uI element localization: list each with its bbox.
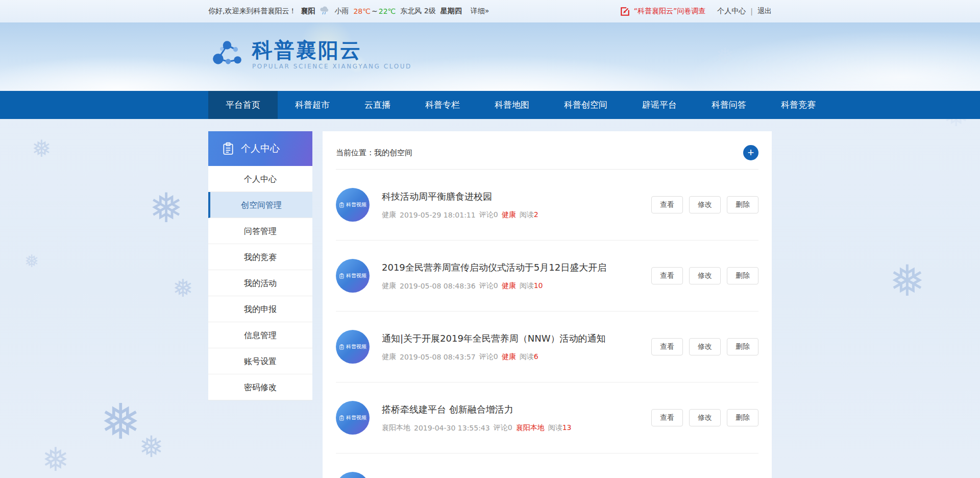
- delete-button[interactable]: 删除: [727, 196, 758, 213]
- article-reads: 阅读2: [520, 210, 538, 220]
- logout-link[interactable]: 退出: [757, 7, 772, 16]
- article-row: 科普视频 大学生实习实训-总结交流会 查看 修改 删除: [336, 453, 758, 478]
- temp-low: 22℃: [379, 7, 396, 15]
- wind-label: 东北风 2级: [400, 7, 435, 16]
- sidebar-item-info-management[interactable]: 信息管理: [208, 322, 312, 348]
- article-tag: 健康: [502, 281, 516, 291]
- logo-molecule-icon: [211, 37, 245, 73]
- survey-icon: [621, 7, 629, 16]
- article-tag: 健康: [502, 352, 516, 362]
- article-row: 科普视频 通知|关于开展2019年全民营养周（NNW）活动的通知 健康 2019…: [336, 312, 758, 383]
- edit-button[interactable]: 修改: [689, 196, 721, 213]
- sidebar-item-password-change[interactable]: 密码修改: [208, 374, 312, 400]
- snowflake-icon: ❅: [100, 397, 141, 446]
- weather-condition: 小雨: [334, 7, 349, 16]
- nav-item-creation-space[interactable]: 科普创空间: [547, 91, 625, 119]
- sidebar-item-my-activity[interactable]: 我的活动: [208, 270, 312, 296]
- article-comments: 评论0: [479, 352, 498, 362]
- avatar: 科普视频: [336, 188, 370, 222]
- sidebar-menu: 个人中心 创空间管理 问答管理 我的竞赛 我的活动 我的申报 信息管理 账号设置…: [208, 166, 312, 400]
- avatar: 科普视频: [336, 472, 370, 478]
- article-reads: 阅读10: [520, 281, 543, 291]
- article-row: 科普视频 搭桥牵线建平台 创新融合增活力 襄阳本地 2019-04-30 13:…: [336, 383, 758, 453]
- article-title[interactable]: 2019全民营养周宣传启动仪式活动于5月12日盛大开启: [382, 261, 606, 274]
- article-title[interactable]: 科技活动周平衡膳食进校园: [382, 190, 538, 203]
- breadcrumb: 当前位置：我的创空间: [336, 148, 412, 158]
- nav-item-live[interactable]: 云直播: [347, 91, 408, 119]
- view-button[interactable]: 查看: [651, 409, 683, 426]
- sidebar-header: 个人中心: [208, 131, 312, 166]
- edit-button[interactable]: 修改: [689, 409, 721, 426]
- temp-separator: ~: [372, 7, 378, 15]
- article-row: 科普视频 科技活动周平衡膳食进校园 健康 2019-05-29 18:01:11…: [336, 170, 758, 241]
- delete-button[interactable]: 删除: [727, 409, 758, 426]
- avatar: 科普视频: [336, 259, 370, 293]
- nav-item-contest[interactable]: 科普竞赛: [764, 91, 833, 119]
- avatar-text: 科普视频: [346, 343, 366, 350]
- avatar: 科普视频: [336, 401, 370, 435]
- article-time: 2019-05-08 08:48:36: [400, 282, 476, 290]
- topbar: 你好,欢迎来到科普襄阳云！ 襄阳 小雨 28℃~22℃ 东北风 2级 星期四 详…: [0, 0, 980, 22]
- article-reads: 阅读6: [520, 352, 538, 362]
- edit-button[interactable]: 修改: [689, 338, 721, 355]
- snowflake-icon: ❅: [32, 137, 52, 160]
- article-meta: 襄阳本地 2019-04-30 13:55:43 评论0 襄阳本地 阅读13: [382, 423, 571, 433]
- nav-item-qa[interactable]: 科普问答: [694, 91, 764, 119]
- divider: |: [750, 7, 753, 15]
- clipboard-icon: [222, 142, 235, 155]
- main-nav: 平台首页 科普超市 云直播 科普专栏 科普地图 科普创空间 辟谣平台 科普问答 …: [0, 91, 980, 119]
- nav-item-column[interactable]: 科普专栏: [408, 91, 477, 119]
- sidebar-item-qa-management[interactable]: 问答管理: [208, 218, 312, 244]
- main-panel: 当前位置：我的创空间 + 科普视频 科技活动周平衡膳食进校园 健康 2019-0…: [323, 131, 772, 478]
- snowflake-icon: ❅: [173, 276, 193, 300]
- weekday-label: 星期四: [440, 7, 462, 16]
- article-title[interactable]: 搭桥牵线建平台 创新融合增活力: [382, 403, 571, 416]
- personal-center-link[interactable]: 个人中心: [717, 7, 746, 16]
- article-time: 2019-05-08 08:43:57: [400, 353, 476, 361]
- sidebar-item-my-contest[interactable]: 我的竞赛: [208, 244, 312, 270]
- sidebar-item-personal-center[interactable]: 个人中心: [208, 166, 312, 192]
- article-time: 2019-05-29 18:01:11: [400, 211, 476, 219]
- article-category: 健康: [382, 352, 396, 362]
- weather-detail-link[interactable]: 详细»: [471, 7, 489, 16]
- nav-item-map[interactable]: 科普地图: [477, 91, 547, 119]
- nav-item-supermarket[interactable]: 科普超市: [278, 91, 347, 119]
- article-reads: 阅读13: [548, 423, 572, 433]
- article-title[interactable]: 通知|关于开展2019年全民营养周（NNW）活动的通知: [382, 332, 606, 345]
- sidebar-item-account-settings[interactable]: 账号设置: [208, 348, 312, 374]
- city-label: 襄阳: [301, 7, 315, 16]
- article-row: 科普视频 2019全民营养周宣传启动仪式活动于5月12日盛大开启 健康 2019…: [336, 241, 758, 312]
- view-button[interactable]: 查看: [651, 267, 683, 284]
- survey-link[interactable]: “科普襄阳云”问卷调查: [634, 7, 706, 16]
- delete-button[interactable]: 删除: [727, 267, 758, 284]
- article-tag: 襄阳本地: [516, 423, 545, 433]
- view-button[interactable]: 查看: [651, 338, 683, 355]
- logo-subtitle: POPULAR SCIENCE XIANGYANG CLOUD: [252, 63, 412, 70]
- delete-button[interactable]: 删除: [727, 338, 758, 355]
- article-category: 襄阳本地: [382, 423, 410, 433]
- article-comments: 评论0: [479, 210, 498, 220]
- site-logo: 科普襄阳云 POPULAR SCIENCE XIANGYANG CLOUD: [211, 37, 412, 73]
- edit-button[interactable]: 修改: [689, 267, 721, 284]
- avatar-text: 科普视频: [346, 201, 366, 208]
- temp-high: 28℃~22℃: [353, 7, 396, 15]
- nav-item-home[interactable]: 平台首页: [208, 91, 278, 119]
- add-button[interactable]: +: [743, 145, 758, 160]
- snowflake-icon: ❅: [42, 443, 69, 476]
- logo-title: 科普襄阳云: [252, 39, 412, 61]
- sidebar-item-my-declaration[interactable]: 我的申报: [208, 296, 312, 322]
- greeting-text: 你好,欢迎来到科普襄阳云！: [208, 7, 296, 16]
- article-category: 健康: [382, 210, 396, 220]
- sidebar-item-space-management[interactable]: 创空间管理: [208, 192, 312, 218]
- avatar-text: 科普视频: [346, 414, 366, 421]
- article-meta: 健康 2019-05-08 08:43:57 评论0 健康 阅读6: [382, 352, 606, 362]
- hero-banner: 科普襄阳云 POPULAR SCIENCE XIANGYANG CLOUD: [0, 22, 980, 91]
- snowflake-icon: ❅: [24, 252, 39, 270]
- view-button[interactable]: 查看: [651, 196, 683, 213]
- snowflake-icon: ❅: [149, 188, 183, 229]
- article-comments: 评论0: [479, 281, 498, 291]
- article-time: 2019-04-30 13:55:43: [414, 424, 490, 432]
- nav-item-rumor-platform[interactable]: 辟谣平台: [625, 91, 694, 119]
- sidebar: 个人中心 个人中心 创空间管理 问答管理 我的竞赛 我的活动 我的申报 信息管理…: [208, 131, 312, 400]
- article-comments: 评论0: [494, 423, 512, 433]
